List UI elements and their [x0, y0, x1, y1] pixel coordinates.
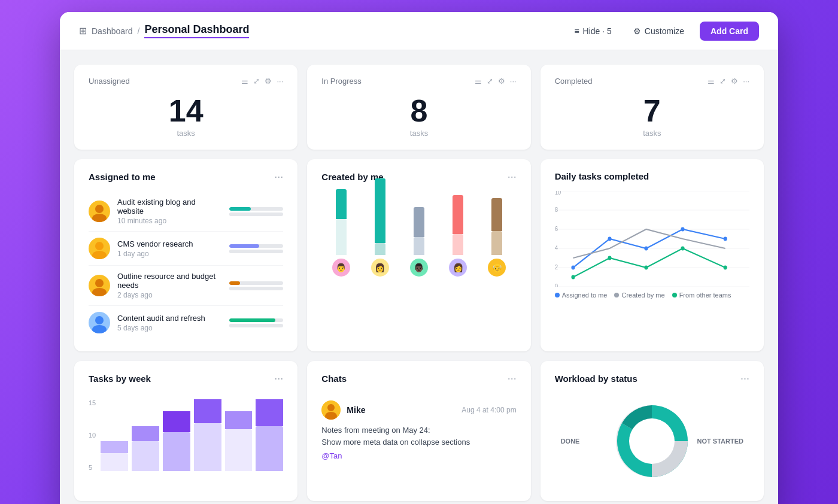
task-4-time: 5 days ago [117, 324, 222, 332]
bar-segment [414, 237, 424, 255]
daily-tasks-title: Daily tasks completed [555, 171, 649, 181]
tasks-by-week-title: Tasks by week [89, 374, 151, 384]
task-3-time: 2 days ago [117, 291, 222, 299]
week-bar-group [256, 399, 283, 471]
legend-other-teams: From other teams [672, 292, 731, 299]
settings-icon-2[interactable]: ⚙ [498, 77, 505, 86]
week-bar-light [194, 423, 221, 471]
settings-icon-3[interactable]: ⚙ [731, 77, 738, 86]
stat-in-progress-number: 8 [321, 95, 516, 126]
middle-row: Assigned to me ··· Audit existing blog a… [74, 159, 764, 351]
week-bar-dark [256, 399, 283, 426]
settings-icon[interactable]: ⚙ [265, 77, 272, 86]
filter-icon-2[interactable]: ⚌ [475, 77, 482, 86]
chats-more-button[interactable]: ··· [508, 373, 517, 384]
task-1-name: Audit existing blog and website [117, 198, 222, 215]
stat-unassigned-number: 14 [89, 95, 283, 126]
more-icon[interactable]: ··· [277, 77, 283, 86]
more-icon-3[interactable]: ··· [743, 77, 749, 86]
created-by-me-chart: 👨 👩 [321, 192, 516, 281]
svg-point-0 [95, 205, 104, 213]
expand-icon-2[interactable]: ⤢ [487, 77, 493, 86]
svg-text:0: 0 [555, 283, 558, 287]
daily-tasks-card: Daily tasks completed 0 2 4 [541, 159, 764, 351]
stat-completed-number: 7 [555, 95, 749, 126]
svg-point-38 [629, 418, 675, 464]
legend-dot-created [614, 293, 619, 297]
assigned-more-button[interactable]: ··· [274, 171, 283, 182]
created-by-me-card: Created by me ··· 👨 [307, 159, 530, 351]
bar-segment [336, 219, 347, 255]
week-bar-group [101, 399, 128, 471]
header-actions: ≡ Hide · 5 ⚙ Customize Add Card [568, 22, 759, 41]
svg-point-4 [95, 279, 104, 287]
chat-message: Mike Aug 4 at 4:00 pm Notes from meeting… [321, 393, 516, 467]
legend-dot-other-teams [672, 293, 677, 297]
svg-point-6 [95, 316, 104, 324]
hide-button[interactable]: ≡ Hide · 5 [568, 23, 617, 40]
task-3-progress [229, 281, 283, 290]
bar-col-4: 👩 [449, 177, 467, 277]
breadcrumb: ⊞ Dashboard / Personal Dashboard [79, 23, 249, 38]
week-bar-group [194, 399, 221, 471]
chat-body: Notes from meeting on May 24: Show more … [321, 424, 516, 448]
chat-avatar [321, 400, 341, 420]
bar-col-2: 👩 [371, 177, 389, 277]
donut-svg [604, 393, 700, 489]
header: ⊞ Dashboard / Personal Dashboard ≡ Hide … [60, 12, 778, 50]
chat-mention[interactable]: @Tan [321, 451, 516, 460]
stat-in-progress-icons: ⚌ ⤢ ⚙ ··· [475, 77, 517, 86]
svg-point-3 [92, 251, 107, 259]
week-bar-dark [101, 441, 128, 453]
bar-stack-3 [414, 177, 424, 255]
week-bar-light [163, 432, 190, 471]
week-bar-group [163, 399, 190, 471]
stat-completed: Completed ⚌ ⤢ ⚙ ··· 7 tasks [541, 65, 764, 150]
chat-line2: Show more meta data on collapse sections [321, 436, 516, 448]
tasks-week-more-button[interactable]: ··· [274, 373, 283, 384]
task-item: Content audit and refresh 5 days ago [89, 306, 283, 339]
week-bar-light [132, 441, 159, 471]
donut-chart: DONE NOT STARTED [555, 393, 749, 489]
svg-point-29 [723, 237, 727, 241]
bar-stack-1 [336, 177, 347, 255]
svg-point-26 [608, 237, 611, 241]
expand-icon[interactable]: ⤢ [253, 77, 260, 86]
add-card-button[interactable]: Add Card [700, 22, 759, 41]
task-2-info: CMS vendor research 1 day ago [117, 239, 222, 258]
svg-point-7 [92, 325, 107, 333]
breadcrumb-parent[interactable]: Dashboard [92, 26, 133, 36]
svg-text:6: 6 [555, 226, 558, 233]
bar-segment [453, 234, 463, 255]
svg-point-30 [571, 275, 575, 280]
week-bar-group [225, 399, 253, 471]
more-icon-2[interactable]: ··· [510, 77, 517, 86]
expand-icon-3[interactable]: ⤢ [719, 77, 726, 86]
chat-header: Mike Aug 4 at 4:00 pm [321, 400, 516, 420]
workload-more-button[interactable]: ··· [740, 373, 749, 384]
week-bar-light [256, 426, 283, 471]
stats-row: Unassigned ⚌ ⤢ ⚙ ··· 14 tasks In Progres… [74, 65, 764, 150]
bar-segment [414, 207, 424, 237]
bar-col-3: 👨🏿 [410, 177, 428, 277]
chat-line1: Notes from meeting on May 24: [321, 424, 516, 436]
filter-icon-3[interactable]: ⚌ [708, 77, 715, 86]
created-more-button[interactable]: ··· [508, 171, 517, 182]
task-item: Outline resource and budget needs 2 days… [89, 266, 283, 306]
filter-icon[interactable]: ⚌ [241, 77, 248, 86]
workload-card: Workload by status ··· DONE NOT STARTED [541, 361, 764, 501]
svg-point-25 [571, 266, 575, 270]
stat-completed-label: Completed [555, 77, 593, 86]
task-1-time: 10 minutes ago [117, 217, 222, 225]
tasks-by-week-card: Tasks by week ··· 15 10 5 [74, 361, 297, 501]
tasks-week-chart: 15 10 5 [89, 393, 283, 471]
stat-unassigned-label: Unassigned [89, 77, 130, 86]
svg-point-32 [644, 266, 648, 270]
chats-card: Chats ··· Mike Aug 4 at 4:00 pm Notes fr… [307, 361, 530, 501]
customize-button[interactable]: ⚙ Customize [627, 23, 690, 40]
week-bar-light [225, 429, 253, 471]
svg-point-28 [681, 227, 684, 232]
bar-segment [375, 178, 385, 243]
bottom-row: Tasks by week ··· 15 10 5 [74, 361, 764, 501]
bar-avatar-4: 👩 [449, 259, 467, 277]
